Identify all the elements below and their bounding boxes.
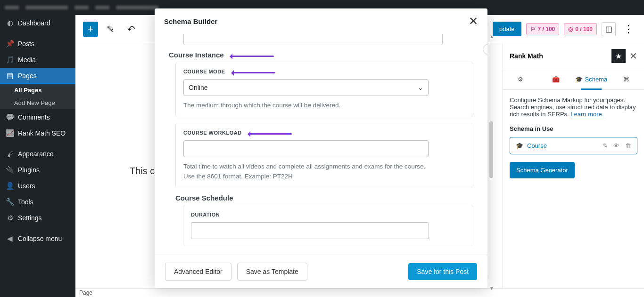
schema-builder-modal: Schema Builder ✕ i Course Instance COURS… bbox=[155, 8, 487, 288]
tab-schema[interactable]: 🎓Schema bbox=[574, 69, 609, 89]
scroll-up-icon: ▲ bbox=[489, 34, 494, 39]
section-course-schedule: Course Schedule bbox=[175, 194, 473, 202]
learn-more-link[interactable]: Learn more. bbox=[570, 111, 603, 118]
sidebar-item-label: Comments bbox=[18, 113, 50, 121]
schema-item-label: Course bbox=[527, 142, 547, 149]
advanced-editor-button[interactable]: Advanced Editor bbox=[165, 263, 231, 281]
sidebar-item-label: Collapse menu bbox=[18, 235, 62, 242]
prop-help: Total time to watch all videos and compl… bbox=[183, 162, 438, 181]
undo-icon: ↶ bbox=[127, 24, 135, 35]
schema-in-use-item[interactable]: 🎓 Course ✎ 👁 🗑 bbox=[510, 137, 637, 154]
course-workload-input[interactable] bbox=[183, 140, 429, 157]
sidebar-item-label: Media bbox=[18, 56, 36, 64]
schema-generator-button[interactable]: Schema Generator bbox=[510, 162, 575, 178]
info-bubble[interactable]: i bbox=[483, 44, 487, 55]
target-icon: ◎ bbox=[568, 26, 573, 32]
dots-icon: ⋮ bbox=[623, 23, 634, 35]
block-inserter-button[interactable]: + bbox=[83, 22, 98, 37]
save-as-template-button[interactable]: Save as Template bbox=[237, 263, 307, 281]
sidebar-item-label: Settings bbox=[18, 214, 42, 222]
wrench-icon: 🔧 bbox=[6, 198, 14, 206]
prop-label: COURSE MODE bbox=[183, 69, 225, 74]
modal-footer: Advanced Editor Save as Template Save fo… bbox=[155, 255, 487, 288]
tab-label: Schema bbox=[585, 76, 608, 83]
sidebar-item-dashboard[interactable]: ◐Dashboard bbox=[0, 15, 75, 31]
sidebar-item-label: Appearance bbox=[18, 150, 54, 158]
plug-icon: 🔌 bbox=[6, 166, 14, 174]
pin-icon: 📌 bbox=[6, 40, 14, 48]
scroll-down-icon: ▼ bbox=[489, 286, 494, 291]
gauge-icon: ◐ bbox=[6, 19, 14, 27]
editor-footer: Page bbox=[75, 288, 644, 297]
close-panel-button[interactable]: ✕ bbox=[629, 50, 637, 62]
sidebar-item-plugins[interactable]: 🔌Plugins bbox=[0, 162, 75, 178]
prop-help: The medium through which the course will… bbox=[183, 101, 438, 110]
info-icon: i bbox=[483, 44, 487, 55]
undo-button[interactable]: ↶ bbox=[123, 21, 140, 38]
star-icon: ★ bbox=[615, 52, 622, 61]
seo-score-badge-2[interactable]: ◎0 / 100 bbox=[564, 23, 597, 35]
breadcrumb[interactable]: Page bbox=[79, 289, 92, 296]
gear-icon: ⚙ bbox=[6, 214, 14, 222]
pencil-icon: ✎ bbox=[107, 24, 115, 35]
schema-desc: Configure Schema Markup for your pages. … bbox=[510, 96, 637, 118]
close-icon: ✕ bbox=[469, 15, 478, 27]
submenu-all-pages[interactable]: All Pages bbox=[0, 84, 75, 96]
modal-scrollbar[interactable]: ▲ ▼ bbox=[489, 37, 493, 288]
sidebar-item-rankmath[interactable]: 📈Rank Math SEO bbox=[0, 125, 75, 141]
sidebar-item-label: Dashboard bbox=[18, 19, 50, 27]
edit-tool[interactable]: ✎ bbox=[102, 21, 119, 38]
sidebar-item-appearance[interactable]: 🖌Appearance bbox=[0, 146, 75, 162]
property-duration: DURATION bbox=[183, 205, 473, 246]
sidebar-item-posts[interactable]: 📌Posts bbox=[0, 36, 75, 52]
modal-close-button[interactable]: ✕ bbox=[469, 15, 478, 28]
plus-icon: + bbox=[88, 23, 94, 35]
rankmath-panel: Rank Math ★ ✕ ⚙ 🧰 🎓Schema ⌘ Configure Sc… bbox=[503, 43, 644, 288]
pages-submenu: All Pages Add New Page bbox=[0, 84, 75, 109]
annotation-arrow bbox=[245, 130, 292, 136]
tab-general[interactable]: ⚙ bbox=[503, 69, 538, 89]
sidebar-item-label: Rank Math SEO bbox=[18, 129, 66, 137]
sidebar-item-label: Plugins bbox=[18, 166, 40, 174]
duration-input[interactable] bbox=[191, 222, 429, 239]
trash-icon[interactable]: 🗑 bbox=[625, 142, 631, 149]
sidebar-item-media[interactable]: 🎵Media bbox=[0, 52, 75, 68]
course-mode-select[interactable]: Online ⌄ bbox=[183, 79, 429, 96]
seo-score-badge-1[interactable]: ⚐7 / 100 bbox=[526, 23, 560, 35]
prop-label: COURSE WORKLOAD bbox=[183, 130, 242, 136]
comment-icon: 💬 bbox=[6, 113, 14, 121]
sidebar-item-comments[interactable]: 💬Comments bbox=[0, 109, 75, 125]
annotation-arrow bbox=[228, 69, 275, 74]
content-text: This c bbox=[130, 166, 155, 176]
property-course-workload: COURSE WORKLOAD Total time to watch all … bbox=[175, 123, 473, 188]
sidebar-item-users[interactable]: 👤Users bbox=[0, 178, 75, 194]
sidebar-item-settings[interactable]: ⚙Settings bbox=[0, 210, 75, 226]
wp-admin-sidebar: ◐Dashboard 📌Posts 🎵Media ▤Pages All Page… bbox=[0, 15, 75, 297]
submenu-add-new-page[interactable]: Add New Page bbox=[0, 96, 75, 109]
star-button[interactable]: ★ bbox=[611, 49, 626, 63]
brush-icon: 🖌 bbox=[6, 150, 14, 158]
property-course-mode: COURSE MODE Online ⌄ The medium through … bbox=[175, 62, 473, 117]
grad-cap-icon: 🎓 bbox=[516, 142, 523, 149]
eye-icon[interactable]: 👁 bbox=[613, 142, 619, 149]
sidebar-item-pages[interactable]: ▤Pages bbox=[0, 68, 75, 84]
sidebar-item-label: Tools bbox=[18, 198, 33, 206]
collapse-icon: ◀ bbox=[6, 234, 14, 243]
edit-icon[interactable]: ✎ bbox=[603, 142, 608, 149]
chevron-down-icon: ⌄ bbox=[418, 84, 423, 91]
tab-link[interactable]: ⌘ bbox=[609, 69, 644, 89]
modal-title: Schema Builder bbox=[164, 17, 217, 25]
view-toggle[interactable]: ◫ bbox=[602, 22, 616, 36]
prop-label: DURATION bbox=[191, 212, 465, 217]
sidebar-item-label: Users bbox=[18, 182, 35, 190]
more-menu[interactable]: ⋮ bbox=[620, 23, 636, 35]
chart-icon: 📈 bbox=[6, 129, 14, 137]
sidebar-item-collapse[interactable]: ◀Collapse menu bbox=[0, 231, 75, 247]
score-value: 0 / 100 bbox=[575, 26, 593, 32]
save-for-post-button[interactable]: Save for this Post bbox=[408, 263, 477, 280]
scrollbar-thumb[interactable] bbox=[489, 121, 493, 178]
close-icon: ✕ bbox=[629, 51, 637, 61]
tab-advanced[interactable]: 🧰 bbox=[538, 69, 574, 89]
update-button[interactable]: pdate bbox=[493, 22, 521, 36]
sidebar-item-tools[interactable]: 🔧Tools bbox=[0, 194, 75, 210]
